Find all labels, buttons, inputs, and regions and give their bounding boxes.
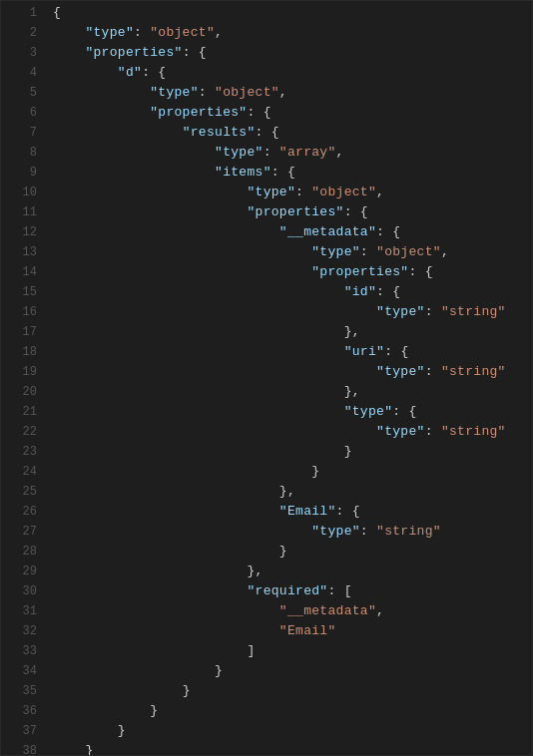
- token-key: "type": [311, 244, 360, 259]
- token-colon: :: [360, 524, 376, 539]
- token-key: "properties": [311, 264, 408, 279]
- token-str-value: "Email": [279, 623, 336, 638]
- token-punct: ,: [336, 145, 344, 160]
- token-whitespace: [53, 324, 344, 339]
- line-content: "Email": {: [53, 504, 524, 519]
- line-number: 9: [9, 166, 37, 180]
- code-line: 6 "properties": {: [1, 105, 532, 125]
- token-punct: ,: [441, 244, 449, 259]
- line-content: "type": "string": [53, 364, 524, 379]
- token-key: "type": [311, 524, 360, 539]
- line-number: 3: [9, 46, 37, 60]
- token-colon: :: [425, 364, 441, 379]
- token-brace: {: [199, 45, 207, 60]
- line-number: 22: [9, 425, 37, 439]
- line-number: 24: [9, 465, 37, 479]
- token-str-value: "string": [441, 304, 506, 319]
- code-line: 21 "type": {: [1, 404, 532, 424]
- token-key: "type": [215, 145, 264, 160]
- line-number: 5: [9, 86, 37, 100]
- token-whitespace: [53, 643, 247, 658]
- token-brace: }: [118, 723, 126, 738]
- token-colon: :: [376, 284, 392, 299]
- line-content: "type": "object",: [53, 25, 524, 40]
- token-whitespace: [53, 544, 279, 559]
- token-whitespace: [53, 484, 279, 499]
- line-number: 29: [9, 565, 37, 578]
- code-line: 35 }: [1, 683, 532, 703]
- token-key: "items": [215, 165, 271, 180]
- token-brace: }: [215, 663, 223, 678]
- token-whitespace: [53, 185, 247, 199]
- code-line: 31 "__metadata",: [1, 603, 532, 623]
- token-whitespace: [53, 603, 279, 618]
- code-line: 22 "type": "string": [1, 424, 532, 444]
- token-whitespace: [53, 504, 279, 519]
- code-line: 32 "Email": [1, 623, 532, 643]
- line-content: }: [53, 663, 524, 678]
- code-line: 7 "results": {: [1, 125, 532, 145]
- line-number: 17: [9, 325, 37, 339]
- code-line: 28 }: [1, 544, 532, 564]
- token-key: "properties": [85, 45, 182, 60]
- token-whitespace: [53, 85, 150, 100]
- token-brace: {: [360, 204, 368, 219]
- token-whitespace: [53, 524, 311, 539]
- token-bracket: ]: [247, 643, 255, 658]
- token-colon: :: [360, 244, 376, 259]
- token-punct: ,: [376, 603, 384, 618]
- token-colon: :: [408, 264, 424, 279]
- token-str-value: "array": [279, 145, 336, 160]
- code-line: 16 "type": "string": [1, 304, 532, 324]
- token-brace: }: [85, 743, 93, 756]
- line-number: 4: [9, 66, 37, 80]
- token-colon: :: [142, 65, 158, 80]
- token-brace: },: [344, 324, 360, 339]
- token-whitespace: [53, 45, 85, 60]
- token-colon: :: [327, 583, 343, 598]
- token-key: "id": [344, 284, 376, 299]
- line-number: 37: [9, 724, 37, 738]
- line-content: "properties": {: [53, 45, 524, 60]
- code-line: 37 }: [1, 723, 532, 743]
- token-key: "__metadata": [279, 224, 376, 239]
- line-number: 20: [9, 385, 37, 399]
- token-brace: {: [400, 344, 408, 359]
- line-content: "__metadata",: [53, 603, 524, 618]
- token-brace: {: [408, 404, 416, 419]
- token-key: "type": [85, 25, 134, 40]
- token-whitespace: [53, 244, 311, 259]
- code-line: 25 },: [1, 484, 532, 504]
- token-str-value: "object": [215, 85, 279, 100]
- token-whitespace: [53, 384, 344, 399]
- token-colon: :: [425, 304, 441, 319]
- code-line: 23 }: [1, 444, 532, 464]
- token-colon: :: [183, 45, 199, 60]
- token-brace: {: [287, 165, 295, 180]
- line-number: 19: [9, 365, 37, 379]
- token-whitespace: [53, 165, 215, 180]
- line-number: 1: [9, 6, 37, 20]
- line-number: 32: [9, 624, 37, 638]
- line-number: 21: [9, 405, 37, 419]
- token-key: "type": [247, 185, 295, 199]
- token-brace: {: [271, 125, 279, 140]
- token-punct: ,: [215, 25, 223, 40]
- line-content: "type": "object",: [53, 85, 524, 100]
- token-key: "type": [344, 404, 393, 419]
- code-line: 20 },: [1, 384, 532, 404]
- token-whitespace: [53, 663, 215, 678]
- code-line: 13 "type": "object",: [1, 244, 532, 264]
- token-colon: :: [256, 125, 271, 140]
- token-key: "properties": [150, 105, 247, 120]
- token-key: "Email": [279, 504, 336, 519]
- code-line: 33 ]: [1, 643, 532, 663]
- token-str-value: "string": [441, 424, 506, 439]
- code-line: 30 "required": [: [1, 583, 532, 603]
- line-number: 14: [9, 265, 37, 279]
- line-content: "d": {: [53, 65, 524, 80]
- line-content: "id": {: [53, 284, 524, 299]
- line-content: },: [53, 324, 524, 339]
- code-line: 18 "uri": {: [1, 344, 532, 364]
- line-content: "properties": {: [53, 204, 524, 219]
